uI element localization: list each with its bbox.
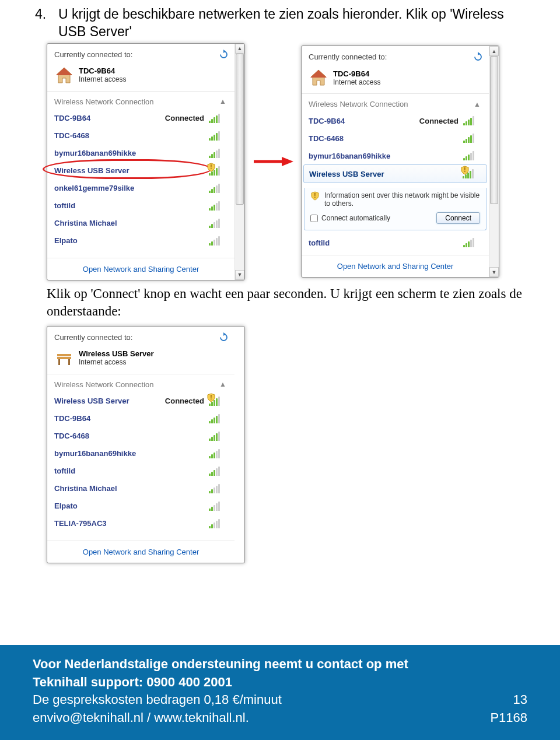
network-name: Elpato bbox=[54, 236, 78, 245]
current-connection[interactable]: TDC-9B64Internet access bbox=[47, 64, 235, 92]
svg-rect-13 bbox=[57, 357, 71, 359]
current-sub: Internet access bbox=[79, 75, 126, 83]
current-name: TDC-9B64 bbox=[79, 66, 126, 75]
network-item[interactable]: bymur16banan69hikke bbox=[302, 147, 489, 164]
network-item[interactable]: toftild bbox=[302, 234, 489, 251]
auto-connect-checkbox[interactable]: Connect automatically bbox=[310, 214, 390, 222]
mid-paragraph: Klik op 'Connect' knop en wacht een paar… bbox=[0, 283, 560, 320]
network-name: toftild bbox=[54, 201, 75, 210]
network-name: toftild bbox=[309, 239, 330, 247]
network-signal bbox=[209, 519, 222, 528]
network-item[interactable]: toftild bbox=[47, 197, 235, 215]
network-name: Christina Michael bbox=[54, 484, 117, 493]
step-text: 4. U krijgt de beschikbare netwerken te … bbox=[0, 0, 560, 41]
network-item[interactable]: bymur16banan69hikke bbox=[47, 445, 235, 462]
network-name: TDC-6468 bbox=[309, 134, 344, 143]
network-signal: ! bbox=[209, 166, 222, 176]
flyout-header: Currently connected to: bbox=[54, 333, 132, 342]
svg-marker-8 bbox=[310, 70, 327, 78]
scroll-up-icon[interactable]: ▲ bbox=[235, 44, 244, 54]
svg-rect-15 bbox=[68, 359, 70, 365]
network-name: TDC-6468 bbox=[54, 131, 89, 140]
scrollbar[interactable]: ▲▼ bbox=[235, 44, 244, 280]
connected-label: Connected bbox=[165, 397, 204, 405]
network-name: Wireless USB Server bbox=[54, 166, 130, 175]
network-item[interactable]: TDC-9B64 bbox=[47, 410, 235, 427]
shield-icon: ! bbox=[310, 191, 321, 202]
network-item[interactable]: Elpato bbox=[47, 497, 235, 515]
connected-label: Connected bbox=[165, 114, 204, 122]
current-name: TDC-9B64 bbox=[333, 69, 380, 78]
network-name: Christina Michael bbox=[54, 219, 117, 227]
footer-line1: Voor Nederlandstalige ondersteuning neem… bbox=[33, 655, 527, 674]
footer-line3a: De gesprekskosten bedragen 0,18 €/minuut bbox=[33, 691, 282, 709]
current-connection[interactable]: Wireless USB ServerInternet access bbox=[47, 347, 235, 374]
refresh-icon[interactable] bbox=[219, 50, 229, 59]
footer-line2: Teknihall support: 0900 400 2001 bbox=[33, 674, 527, 692]
network-signal bbox=[209, 467, 222, 476]
network-name: TDC-9B64 bbox=[54, 414, 90, 423]
network-item[interactable]: TDC-6468 bbox=[47, 127, 235, 145]
network-item[interactable]: Wireless USB Server! bbox=[303, 164, 487, 183]
network-item[interactable]: TELIA-795AC3 bbox=[47, 515, 235, 532]
chevron-up-icon: ▲ bbox=[474, 100, 481, 108]
network-signal bbox=[209, 432, 222, 441]
svg-rect-14 bbox=[58, 359, 60, 365]
scrollbar[interactable]: ▲▼ bbox=[489, 46, 499, 277]
network-signal bbox=[209, 149, 222, 158]
scroll-up-icon[interactable]: ▲ bbox=[489, 46, 499, 56]
network-item[interactable]: TDC-6468 bbox=[302, 129, 489, 147]
network-item[interactable]: toftild bbox=[47, 462, 235, 480]
network-item[interactable]: Christina Michael bbox=[47, 480, 235, 497]
network-signal bbox=[209, 219, 222, 228]
network-flyout: Currently connected to:TDC-9B64Internet … bbox=[47, 43, 245, 280]
open-sharing-center-link[interactable]: Open Network and Sharing Center bbox=[47, 541, 235, 563]
info-text: Information sent over this network might… bbox=[324, 191, 480, 208]
network-expand: !Information sent over this network migh… bbox=[304, 188, 487, 230]
open-sharing-center-link[interactable]: Open Network and Sharing Center bbox=[47, 258, 235, 280]
section-header[interactable]: Wireless Network Connection▲ bbox=[302, 96, 489, 111]
network-signal bbox=[209, 501, 222, 511]
refresh-icon[interactable] bbox=[219, 332, 229, 342]
refresh-icon[interactable] bbox=[473, 52, 483, 62]
network-name: TDC-9B64 bbox=[54, 114, 90, 122]
network-name: Wireless USB Server bbox=[54, 397, 130, 405]
step-number: 4. bbox=[35, 6, 58, 41]
current-sub: Internet access bbox=[333, 78, 380, 86]
network-item[interactable]: Wireless USB Server! bbox=[47, 162, 235, 180]
network-name: toftild bbox=[54, 467, 75, 475]
network-name: Elpato bbox=[54, 501, 78, 510]
network-item[interactable]: TDC-9B64Connected bbox=[47, 110, 235, 127]
network-signal bbox=[463, 238, 476, 247]
section-header[interactable]: Wireless Network Connection▲ bbox=[47, 94, 235, 108]
network-item[interactable]: bymur16banan69hikke bbox=[47, 145, 235, 162]
page-footer: Voor Nederlandstalige ondersteuning neem… bbox=[0, 645, 560, 740]
network-item[interactable]: Wireless USB ServerConnected! bbox=[47, 392, 235, 410]
network-item[interactable]: Christina Michael bbox=[47, 215, 235, 232]
scroll-down-icon[interactable]: ▼ bbox=[235, 270, 244, 280]
svg-marker-6 bbox=[478, 52, 480, 55]
network-item[interactable]: TDC-9B64Connected bbox=[302, 112, 489, 129]
network-signal: Connected bbox=[165, 114, 222, 123]
current-name: Wireless USB Server bbox=[79, 349, 154, 358]
network-item[interactable]: Elpato bbox=[47, 232, 235, 250]
svg-marker-2 bbox=[56, 68, 72, 75]
chevron-up-icon: ▲ bbox=[219, 380, 226, 388]
network-name: bymur16banan69hikke bbox=[54, 449, 136, 458]
network-flyout: Currently connected to:TDC-9B64Internet … bbox=[301, 45, 499, 278]
current-connection[interactable]: TDC-9B64Internet access bbox=[302, 66, 489, 94]
scroll-down-icon[interactable]: ▼ bbox=[489, 267, 499, 277]
connect-button[interactable]: Connect bbox=[436, 212, 480, 224]
section-header[interactable]: Wireless Network Connection▲ bbox=[47, 377, 235, 391]
connection-icon bbox=[54, 348, 74, 368]
footer-line4a: envivo@teknihall.nl / www.teknihall.nl. bbox=[33, 709, 249, 727]
open-sharing-center-link[interactable]: Open Network and Sharing Center bbox=[302, 255, 489, 277]
network-flyout: Currently connected to:Wireless USB Serv… bbox=[47, 326, 245, 563]
network-name: bymur16banan69hikke bbox=[309, 152, 390, 160]
network-signal bbox=[209, 236, 222, 246]
network-item[interactable]: TDC-6468 bbox=[47, 427, 235, 445]
network-name: onkel61gemme79silke bbox=[54, 184, 134, 192]
svg-rect-12 bbox=[57, 354, 71, 356]
arrow-icon bbox=[250, 156, 296, 167]
network-item[interactable]: onkel61gemme79silke bbox=[47, 180, 235, 197]
